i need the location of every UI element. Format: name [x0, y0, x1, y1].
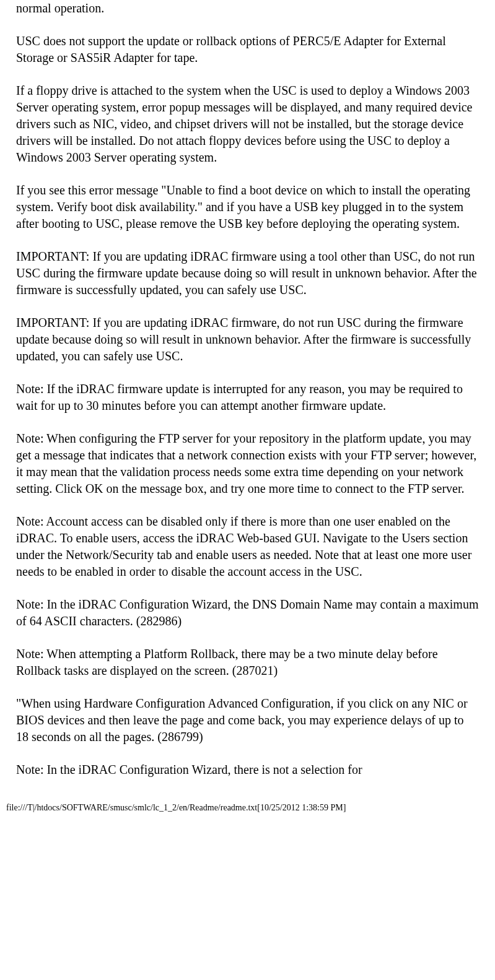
- paragraph: If a floppy drive is attached to the sys…: [16, 82, 479, 166]
- paragraph: Note: When attempting a Platform Rollbac…: [16, 646, 479, 679]
- paragraph: If you see this error message "Unable to…: [16, 182, 479, 232]
- paragraph: Note: Account access can be disabled onl…: [16, 513, 479, 580]
- paragraph: normal operation.: [16, 0, 479, 17]
- file-path-footer: file:///T|/htdocs/SOFTWARE/smusc/smlc/lc…: [0, 803, 495, 813]
- paragraph: Note: If the iDRAC firmware update is in…: [16, 381, 479, 414]
- paragraph: USC does not support the update or rollb…: [16, 33, 479, 66]
- paragraph: Note: In the iDRAC Configuration Wizard,…: [16, 596, 479, 630]
- paragraph: "When using Hardware Configuration Advan…: [16, 695, 479, 745]
- paragraph: IMPORTANT: If you are updating iDRAC fir…: [16, 314, 479, 365]
- document-content: normal operation. USC does not support t…: [0, 0, 495, 778]
- paragraph: Note: In the iDRAC Configuration Wizard,…: [16, 761, 479, 778]
- paragraph: Note: When configuring the FTP server fo…: [16, 430, 479, 497]
- paragraph: IMPORTANT: If you are updating iDRAC fir…: [16, 248, 479, 298]
